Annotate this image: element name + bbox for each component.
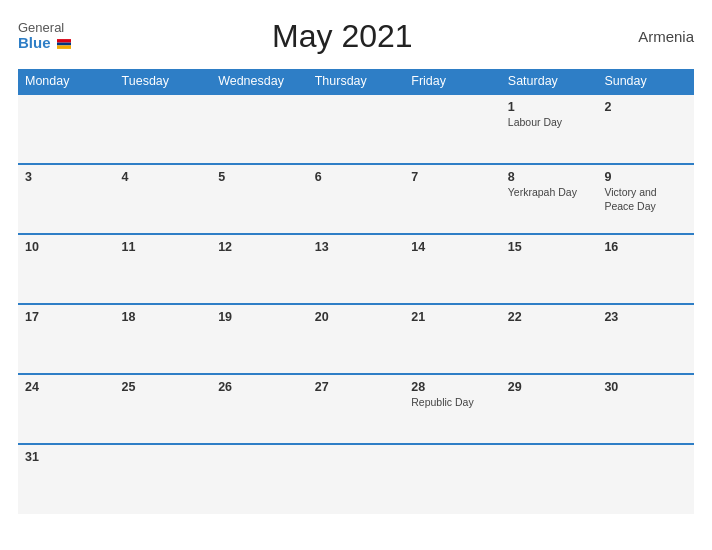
logo-flag-icon	[57, 37, 71, 51]
logo-general-text: General	[18, 21, 64, 35]
day-number: 11	[122, 240, 205, 254]
week-row-2: 10111213141516	[18, 234, 694, 304]
weekday-header-row: Monday Tuesday Wednesday Thursday Friday…	[18, 69, 694, 94]
day-cell: 14	[404, 234, 501, 304]
day-number: 2	[604, 100, 687, 114]
day-number: 29	[508, 380, 591, 394]
svg-rect-1	[57, 43, 71, 46]
day-cell: 22	[501, 304, 598, 374]
header-friday: Friday	[404, 69, 501, 94]
calendar-container: General Blue May 2021 Armenia Monday Tue…	[0, 0, 712, 550]
calendar-title: May 2021	[71, 18, 614, 55]
week-row-5: 31	[18, 444, 694, 514]
week-row-1: 345678Yerkrapah Day9Victory and Peace Da…	[18, 164, 694, 234]
day-cell: 12	[211, 234, 308, 304]
country-label: Armenia	[614, 28, 694, 45]
day-number: 22	[508, 310, 591, 324]
day-number: 10	[25, 240, 108, 254]
day-cell: 17	[18, 304, 115, 374]
header-thursday: Thursday	[308, 69, 405, 94]
day-number: 15	[508, 240, 591, 254]
week-row-0: 1Labour Day2	[18, 94, 694, 164]
day-event: Labour Day	[508, 116, 591, 130]
day-cell: 4	[115, 164, 212, 234]
day-number: 13	[315, 240, 398, 254]
day-number: 3	[25, 170, 108, 184]
day-number: 21	[411, 310, 494, 324]
day-number: 26	[218, 380, 301, 394]
day-cell: 28Republic Day	[404, 374, 501, 444]
logo-blue-text: Blue	[18, 35, 71, 52]
day-number: 1	[508, 100, 591, 114]
day-number: 25	[122, 380, 205, 394]
day-number: 19	[218, 310, 301, 324]
header-wednesday: Wednesday	[211, 69, 308, 94]
day-cell: 15	[501, 234, 598, 304]
day-cell: 20	[308, 304, 405, 374]
day-cell: 7	[404, 164, 501, 234]
day-number: 23	[604, 310, 687, 324]
day-cell: 29	[501, 374, 598, 444]
day-number: 16	[604, 240, 687, 254]
day-number: 31	[25, 450, 108, 464]
day-number: 5	[218, 170, 301, 184]
day-cell: 5	[211, 164, 308, 234]
day-cell: 2	[597, 94, 694, 164]
header-sunday: Sunday	[597, 69, 694, 94]
day-cell: 23	[597, 304, 694, 374]
day-event: Republic Day	[411, 396, 494, 410]
day-cell	[404, 444, 501, 514]
day-number: 24	[25, 380, 108, 394]
day-cell	[404, 94, 501, 164]
day-cell	[211, 94, 308, 164]
day-cell	[211, 444, 308, 514]
day-number: 17	[25, 310, 108, 324]
day-cell: 21	[404, 304, 501, 374]
svg-rect-0	[57, 40, 71, 44]
week-row-4: 2425262728Republic Day2930	[18, 374, 694, 444]
day-number: 9	[604, 170, 687, 184]
day-cell: 13	[308, 234, 405, 304]
header-saturday: Saturday	[501, 69, 598, 94]
header-tuesday: Tuesday	[115, 69, 212, 94]
day-number: 6	[315, 170, 398, 184]
day-number: 20	[315, 310, 398, 324]
day-cell: 3	[18, 164, 115, 234]
week-row-3: 17181920212223	[18, 304, 694, 374]
day-number: 14	[411, 240, 494, 254]
day-cell: 10	[18, 234, 115, 304]
day-number: 4	[122, 170, 205, 184]
day-cell: 31	[18, 444, 115, 514]
day-number: 18	[122, 310, 205, 324]
calendar-header: General Blue May 2021 Armenia	[18, 18, 694, 55]
calendar-table: Monday Tuesday Wednesday Thursday Friday…	[18, 69, 694, 514]
svg-rect-2	[57, 46, 71, 50]
day-cell	[115, 94, 212, 164]
day-cell	[597, 444, 694, 514]
header-monday: Monday	[18, 69, 115, 94]
day-cell	[115, 444, 212, 514]
day-cell: 19	[211, 304, 308, 374]
day-cell	[308, 444, 405, 514]
day-event: Yerkrapah Day	[508, 186, 591, 200]
day-event: Victory and Peace Day	[604, 186, 687, 213]
day-cell	[18, 94, 115, 164]
day-number: 12	[218, 240, 301, 254]
day-cell: 25	[115, 374, 212, 444]
day-cell	[501, 444, 598, 514]
day-cell: 27	[308, 374, 405, 444]
day-cell: 18	[115, 304, 212, 374]
day-cell: 9Victory and Peace Day	[597, 164, 694, 234]
day-cell	[308, 94, 405, 164]
day-number: 28	[411, 380, 494, 394]
logo: General Blue	[18, 21, 71, 52]
day-cell: 11	[115, 234, 212, 304]
day-cell: 8Yerkrapah Day	[501, 164, 598, 234]
day-cell: 30	[597, 374, 694, 444]
day-cell: 24	[18, 374, 115, 444]
day-number: 8	[508, 170, 591, 184]
day-cell: 26	[211, 374, 308, 444]
day-cell: 6	[308, 164, 405, 234]
day-number: 30	[604, 380, 687, 394]
day-cell: 16	[597, 234, 694, 304]
